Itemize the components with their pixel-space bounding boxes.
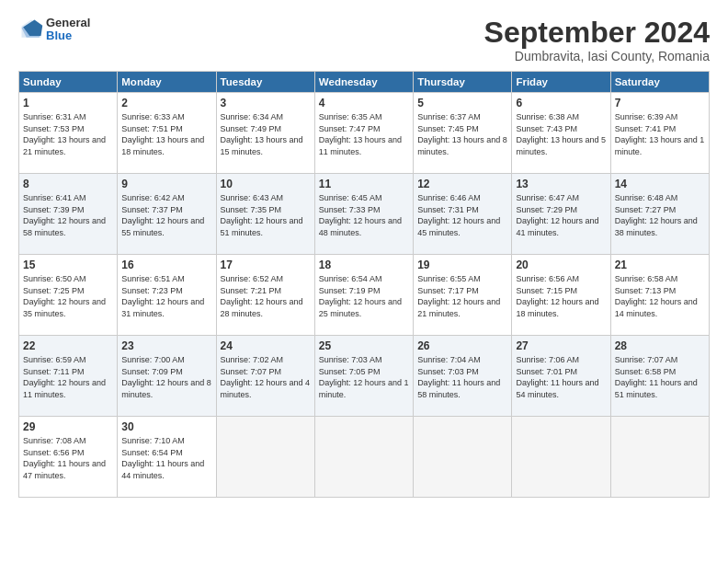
calendar-week-row: 8 Sunrise: 6:41 AM Sunset: 7:39 PM Dayli… xyxy=(19,174,710,255)
title-block: September 2024 Dumbravita, Iasi County, … xyxy=(484,17,710,63)
weekday-header: Wednesday xyxy=(314,72,413,93)
calendar-cell: 9 Sunrise: 6:42 AM Sunset: 7:37 PM Dayli… xyxy=(118,174,216,255)
day-info: Sunrise: 6:50 AM Sunset: 7:25 PM Dayligh… xyxy=(23,273,113,319)
day-number: 4 xyxy=(319,97,409,109)
day-number: 30 xyxy=(121,420,211,433)
day-info: Sunrise: 6:37 AM Sunset: 7:45 PM Dayligh… xyxy=(417,111,507,157)
day-number: 27 xyxy=(516,339,606,352)
day-info: Sunrise: 6:59 AM Sunset: 7:11 PM Dayligh… xyxy=(23,354,113,400)
day-number: 3 xyxy=(221,97,311,109)
day-info: Sunrise: 6:52 AM Sunset: 7:21 PM Dayligh… xyxy=(221,273,311,319)
calendar-week-row: 29 Sunrise: 7:08 AM Sunset: 6:56 PM Dayl… xyxy=(19,417,710,498)
calendar-cell: 1 Sunrise: 6:31 AM Sunset: 7:53 PM Dayli… xyxy=(19,93,118,174)
calendar-cell xyxy=(414,417,512,498)
weekday-header: Saturday xyxy=(610,72,709,93)
calendar-cell xyxy=(314,417,413,498)
day-number: 18 xyxy=(319,259,409,271)
calendar-cell: 18 Sunrise: 6:54 AM Sunset: 7:19 PM Dayl… xyxy=(314,255,413,336)
day-info: Sunrise: 7:07 AM Sunset: 6:58 PM Dayligh… xyxy=(615,354,705,400)
weekday-header: Tuesday xyxy=(216,72,314,93)
day-info: Sunrise: 6:42 AM Sunset: 7:37 PM Dayligh… xyxy=(121,192,211,238)
page: General Blue September 2024 Dumbravita, … xyxy=(0,0,728,563)
calendar-cell: 28 Sunrise: 7:07 AM Sunset: 6:58 PM Dayl… xyxy=(610,336,709,417)
day-info: Sunrise: 6:33 AM Sunset: 7:51 PM Dayligh… xyxy=(121,111,211,157)
day-number: 11 xyxy=(319,178,409,190)
day-number: 1 xyxy=(23,97,113,109)
day-info: Sunrise: 7:00 AM Sunset: 7:09 PM Dayligh… xyxy=(121,354,211,400)
calendar-cell: 19 Sunrise: 6:55 AM Sunset: 7:17 PM Dayl… xyxy=(414,255,512,336)
calendar-cell: 22 Sunrise: 6:59 AM Sunset: 7:11 PM Dayl… xyxy=(19,336,118,417)
day-number: 17 xyxy=(221,259,311,271)
day-number: 16 xyxy=(121,259,211,271)
calendar-week-row: 15 Sunrise: 6:50 AM Sunset: 7:25 PM Dayl… xyxy=(19,255,710,336)
day-number: 23 xyxy=(121,339,211,352)
day-info: Sunrise: 7:03 AM Sunset: 7:05 PM Dayligh… xyxy=(319,354,409,400)
calendar-cell: 6 Sunrise: 6:38 AM Sunset: 7:43 PM Dayli… xyxy=(512,93,610,174)
day-number: 2 xyxy=(121,97,211,109)
weekday-header-row: SundayMondayTuesdayWednesdayThursdayFrid… xyxy=(19,72,710,93)
day-info: Sunrise: 6:47 AM Sunset: 7:29 PM Dayligh… xyxy=(516,192,606,238)
calendar-cell: 26 Sunrise: 7:04 AM Sunset: 7:03 PM Dayl… xyxy=(414,336,512,417)
day-info: Sunrise: 6:41 AM Sunset: 7:39 PM Dayligh… xyxy=(23,192,113,238)
day-info: Sunrise: 6:38 AM Sunset: 7:43 PM Dayligh… xyxy=(516,111,606,157)
day-number: 10 xyxy=(221,178,311,190)
day-number: 13 xyxy=(516,178,606,190)
day-number: 22 xyxy=(23,339,113,352)
calendar-cell: 3 Sunrise: 6:34 AM Sunset: 7:49 PM Dayli… xyxy=(216,93,314,174)
logo-icon xyxy=(18,17,44,42)
header: General Blue September 2024 Dumbravita, … xyxy=(18,17,710,63)
day-number: 12 xyxy=(417,178,507,190)
calendar-cell: 2 Sunrise: 6:33 AM Sunset: 7:51 PM Dayli… xyxy=(118,93,216,174)
calendar-cell: 4 Sunrise: 6:35 AM Sunset: 7:47 PM Dayli… xyxy=(314,93,413,174)
day-info: Sunrise: 7:06 AM Sunset: 7:01 PM Dayligh… xyxy=(516,354,606,400)
day-info: Sunrise: 6:48 AM Sunset: 7:27 PM Dayligh… xyxy=(615,192,705,238)
weekday-header: Thursday xyxy=(414,72,512,93)
calendar-cell: 30 Sunrise: 7:10 AM Sunset: 6:54 PM Dayl… xyxy=(118,417,216,498)
calendar-cell: 25 Sunrise: 7:03 AM Sunset: 7:05 PM Dayl… xyxy=(314,336,413,417)
day-info: Sunrise: 7:04 AM Sunset: 7:03 PM Dayligh… xyxy=(417,354,507,400)
day-number: 29 xyxy=(23,420,113,433)
calendar-cell: 16 Sunrise: 6:51 AM Sunset: 7:23 PM Dayl… xyxy=(118,255,216,336)
calendar-week-row: 1 Sunrise: 6:31 AM Sunset: 7:53 PM Dayli… xyxy=(19,93,710,174)
day-number: 7 xyxy=(615,97,705,109)
calendar-cell: 14 Sunrise: 6:48 AM Sunset: 7:27 PM Dayl… xyxy=(610,174,709,255)
weekday-header: Sunday xyxy=(19,72,118,93)
day-info: Sunrise: 6:43 AM Sunset: 7:35 PM Dayligh… xyxy=(221,192,311,238)
day-info: Sunrise: 6:31 AM Sunset: 7:53 PM Dayligh… xyxy=(23,111,113,157)
calendar-cell: 10 Sunrise: 6:43 AM Sunset: 7:35 PM Dayl… xyxy=(216,174,314,255)
day-number: 14 xyxy=(615,178,705,190)
day-info: Sunrise: 7:08 AM Sunset: 6:56 PM Dayligh… xyxy=(23,435,113,481)
day-number: 24 xyxy=(221,339,311,352)
day-info: Sunrise: 6:45 AM Sunset: 7:33 PM Dayligh… xyxy=(319,192,409,238)
calendar-cell: 7 Sunrise: 6:39 AM Sunset: 7:41 PM Dayli… xyxy=(610,93,709,174)
day-number: 26 xyxy=(417,339,507,352)
calendar-cell: 13 Sunrise: 6:47 AM Sunset: 7:29 PM Dayl… xyxy=(512,174,610,255)
day-number: 25 xyxy=(319,339,409,352)
weekday-header: Friday xyxy=(512,72,610,93)
calendar-cell: 12 Sunrise: 6:46 AM Sunset: 7:31 PM Dayl… xyxy=(414,174,512,255)
calendar-cell: 8 Sunrise: 6:41 AM Sunset: 7:39 PM Dayli… xyxy=(19,174,118,255)
calendar-cell: 17 Sunrise: 6:52 AM Sunset: 7:21 PM Dayl… xyxy=(216,255,314,336)
calendar-cell: 24 Sunrise: 7:02 AM Sunset: 7:07 PM Dayl… xyxy=(216,336,314,417)
day-info: Sunrise: 7:10 AM Sunset: 6:54 PM Dayligh… xyxy=(121,435,211,481)
calendar-cell: 23 Sunrise: 7:00 AM Sunset: 7:09 PM Dayl… xyxy=(118,336,216,417)
month-title: September 2024 xyxy=(484,17,710,49)
day-info: Sunrise: 6:56 AM Sunset: 7:15 PM Dayligh… xyxy=(516,273,606,319)
calendar-cell: 5 Sunrise: 6:37 AM Sunset: 7:45 PM Dayli… xyxy=(414,93,512,174)
day-info: Sunrise: 6:51 AM Sunset: 7:23 PM Dayligh… xyxy=(121,273,211,319)
day-number: 15 xyxy=(23,259,113,271)
day-number: 8 xyxy=(23,178,113,190)
day-number: 20 xyxy=(516,259,606,271)
calendar-cell: 29 Sunrise: 7:08 AM Sunset: 6:56 PM Dayl… xyxy=(19,417,118,498)
day-info: Sunrise: 6:35 AM Sunset: 7:47 PM Dayligh… xyxy=(319,111,409,157)
calendar: SundayMondayTuesdayWednesdayThursdayFrid… xyxy=(18,71,710,498)
calendar-cell xyxy=(610,417,709,498)
day-info: Sunrise: 6:46 AM Sunset: 7:31 PM Dayligh… xyxy=(417,192,507,238)
day-info: Sunrise: 6:54 AM Sunset: 7:19 PM Dayligh… xyxy=(319,273,409,319)
day-number: 28 xyxy=(615,339,705,352)
day-number: 21 xyxy=(615,259,705,271)
calendar-cell xyxy=(512,417,610,498)
weekday-header: Monday xyxy=(118,72,216,93)
logo: General Blue xyxy=(18,17,90,43)
location: Dumbravita, Iasi County, Romania xyxy=(484,49,710,63)
